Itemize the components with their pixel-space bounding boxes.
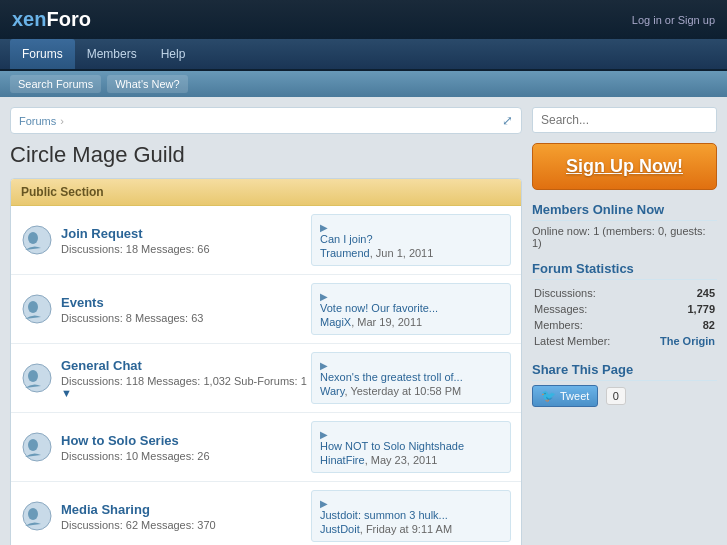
table-row: Events Discussions: 8 Messages: 63 ▶ Vot… — [11, 275, 521, 344]
login-link[interactable]: Log in or Sign up — [632, 14, 715, 26]
latest-meta-join-request: Traumend, Jun 1, 2011 — [320, 247, 502, 259]
discussions-label: Discussions: — [534, 286, 638, 300]
latest-icon: ▶ — [320, 222, 328, 233]
share-buttons: 🐦 Tweet 0 — [532, 385, 717, 407]
main: Forums › ⤢ Circle Mage Guild Public Sect… — [0, 97, 727, 545]
subnav-whats-new[interactable]: What's New? — [107, 75, 187, 93]
latest-user-general-chat[interactable]: Wary — [320, 385, 344, 397]
forum-stats-section: Forum Statistics Discussions: 245 Messag… — [532, 261, 717, 350]
breadcrumb-arrow: › — [60, 115, 64, 127]
forum-name-media-sharing[interactable]: Media Sharing — [61, 502, 150, 517]
stats-row: Messages: 1,779 — [534, 302, 715, 316]
forum-latest-solo-series: ▶ How NOT to Solo Nightshade HinatFire, … — [311, 421, 511, 473]
latest-member-link[interactable]: The Origin — [660, 335, 715, 347]
forum-icon — [21, 431, 53, 463]
latest-user-events[interactable]: MagiX — [320, 316, 351, 328]
forum-latest-media-sharing: ▶ Justdoit: summon 3 hulk... JustDoit, F… — [311, 490, 511, 542]
nav-bar: Forums Members Help — [0, 39, 727, 71]
sidebar-search — [532, 107, 717, 133]
nav-help[interactable]: Help — [149, 39, 198, 69]
forum-name-general-chat[interactable]: General Chat — [61, 358, 142, 373]
forum-meta: Discussions: 118 Messages: 1,032 Sub-For… — [61, 375, 311, 399]
latest-icon: ▶ — [320, 429, 328, 440]
section-header: Public Section — [11, 179, 521, 206]
svg-point-5 — [28, 370, 38, 382]
latest-meta-general-chat: Wary, Yesterday at 10:58 PM — [320, 385, 502, 397]
forum-icon — [21, 293, 53, 325]
stats-row: Discussions: 245 — [534, 286, 715, 300]
latest-title-general-chat[interactable]: Nexon's the greatest troll of... — [320, 371, 502, 383]
tweet-count: 0 — [606, 387, 626, 405]
forum-icon — [21, 362, 53, 394]
forum-meta: Discussions: 62 Messages: 370 — [61, 519, 311, 531]
latest-icon: ▶ — [320, 360, 328, 371]
breadcrumb-forums-link[interactable]: Forums — [19, 115, 56, 127]
latest-meta-solo-series: HinatFire, May 23, 2011 — [320, 454, 502, 466]
forum-info: Media Sharing Discussions: 62 Messages: … — [61, 502, 311, 531]
svg-point-3 — [28, 301, 38, 313]
latest-title-join-request[interactable]: Can I join? — [320, 233, 502, 245]
svg-point-1 — [28, 232, 38, 244]
share-title: Share This Page — [532, 362, 717, 381]
table-row: Join Request Discussions: 18 Messages: 6… — [11, 206, 521, 275]
sidebar: Sign Up Now! Members Online Now Online n… — [532, 107, 717, 545]
content-area: Forums › ⤢ Circle Mage Guild Public Sect… — [10, 107, 522, 545]
stats-row: Members: 82 — [534, 318, 715, 332]
forum-info: General Chat Discussions: 118 Messages: … — [61, 358, 311, 399]
latest-title-media-sharing[interactable]: Justdoit: summon 3 hulk... — [320, 509, 502, 521]
latest-meta-events: MagiX, Mar 19, 2011 — [320, 316, 502, 328]
members-online-text: Online now: 1 (members: 0, guests: 1) — [532, 225, 717, 249]
forum-info: Join Request Discussions: 18 Messages: 6… — [61, 226, 311, 255]
forum-latest-general-chat: ▶ Nexon's the greatest troll of... Wary,… — [311, 352, 511, 404]
messages-label: Messages: — [534, 302, 638, 316]
forum-meta: Discussions: 18 Messages: 66 — [61, 243, 311, 255]
logo-foro: Foro — [46, 8, 90, 30]
forum-name-join-request[interactable]: Join Request — [61, 226, 143, 241]
signup-button[interactable]: Sign Up Now! — [532, 143, 717, 190]
latest-title-events[interactable]: Vote now! Our favorite... — [320, 302, 502, 314]
logo: xenForo — [12, 8, 91, 31]
subnav-search-forums[interactable]: Search Forums — [10, 75, 101, 93]
latest-member-value: The Origin — [640, 334, 715, 348]
nav-members[interactable]: Members — [75, 39, 149, 69]
logo-xen: xen — [12, 8, 46, 30]
forum-latest-join-request: ▶ Can I join? Traumend, Jun 1, 2011 — [311, 214, 511, 266]
forum-name-events[interactable]: Events — [61, 295, 104, 310]
latest-user-solo-series[interactable]: HinatFire — [320, 454, 365, 466]
forum-icon — [21, 500, 53, 532]
svg-point-9 — [28, 508, 38, 520]
nav-forums[interactable]: Forums — [10, 39, 75, 69]
breadcrumb-top: Forums › ⤢ — [10, 107, 522, 134]
stats-row: Latest Member: The Origin — [534, 334, 715, 348]
svg-point-7 — [28, 439, 38, 451]
latest-icon: ▶ — [320, 498, 328, 509]
forum-latest-events: ▶ Vote now! Our favorite... MagiX, Mar 1… — [311, 283, 511, 335]
search-input[interactable] — [532, 107, 717, 133]
messages-value: 1,779 — [640, 302, 715, 316]
page-title: Circle Mage Guild — [10, 142, 522, 168]
sub-forums-toggle[interactable]: ▼ — [61, 387, 72, 399]
header: xenForo Log in or Sign up — [0, 0, 727, 39]
forum-info: Events Discussions: 8 Messages: 63 — [61, 295, 311, 324]
sub-nav: Search Forums What's New? — [0, 71, 727, 97]
twitter-bird-icon: 🐦 — [541, 389, 556, 403]
latest-user-media-sharing[interactable]: JustDoit — [320, 523, 360, 535]
members-label: Members: — [534, 318, 638, 332]
stats-table: Discussions: 245 Messages: 1,779 Members… — [532, 284, 717, 350]
members-online-section: Members Online Now Online now: 1 (member… — [532, 202, 717, 249]
forum-name-solo-series[interactable]: How to Solo Series — [61, 433, 179, 448]
forum-icon — [21, 224, 53, 256]
forum-meta: Discussions: 10 Messages: 26 — [61, 450, 311, 462]
table-row: General Chat Discussions: 118 Messages: … — [11, 344, 521, 413]
latest-user-join-request[interactable]: Traumend — [320, 247, 370, 259]
table-row: How to Solo Series Discussions: 10 Messa… — [11, 413, 521, 482]
breadcrumb-expand-icon[interactable]: ⤢ — [502, 113, 513, 128]
tweet-label: Tweet — [560, 390, 589, 402]
latest-icon: ▶ — [320, 291, 328, 302]
forum-section: Public Section Join Request Discussions:… — [10, 178, 522, 545]
members-online-title: Members Online Now — [532, 202, 717, 221]
latest-title-solo-series[interactable]: How NOT to Solo Nightshade — [320, 440, 502, 452]
discussions-value: 245 — [640, 286, 715, 300]
forum-meta: Discussions: 8 Messages: 63 — [61, 312, 311, 324]
tweet-button[interactable]: 🐦 Tweet — [532, 385, 598, 407]
